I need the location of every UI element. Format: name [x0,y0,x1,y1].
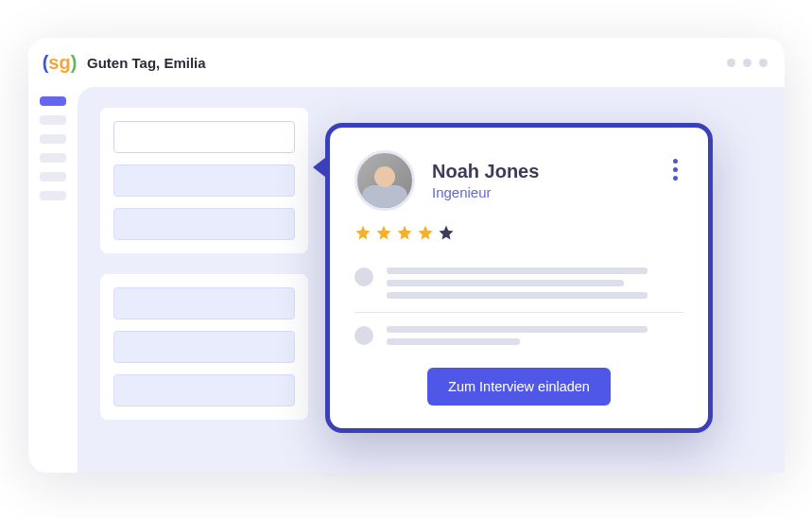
candidate-info: Noah Jones Ingenieur [432,161,539,200]
greeting-text: Guten Tag, Emilia [87,55,206,71]
candidate-role: Ingenieur [432,184,539,200]
window-dot [727,59,735,67]
entry-item [354,312,683,358]
list-item[interactable] [113,164,295,197]
candidate-name: Noah Jones [432,161,539,182]
entry-bullet-icon [354,268,373,286]
list-item[interactable] [113,287,295,319]
candidate-entries [354,254,683,358]
list-card [100,108,308,253]
entry-lines [387,326,683,345]
sidebar-item[interactable] [40,172,66,181]
window-controls [727,59,768,67]
star-icon [375,224,392,241]
list-card [100,274,308,420]
star-icon [396,224,413,241]
window-dot [743,59,752,67]
list-item[interactable] [113,121,295,153]
entry-bullet-icon [354,326,373,345]
entry-lines [387,268,683,299]
avatar [354,150,415,211]
sidebar-item[interactable] [40,191,66,200]
candidate-header: Noah Jones Ingenieur [354,150,683,211]
star-icon [354,224,371,241]
sidebar-item[interactable] [40,115,66,125]
sidebar-item[interactable] [40,153,66,163]
sidebar-item[interactable] [40,134,66,144]
star-icon [417,224,434,241]
star-icon [438,224,455,241]
invite-interview-button[interactable]: Zum Interview einladen [427,368,611,406]
candidate-card: Noah Jones Ingenieur [325,123,713,433]
more-menu-button[interactable] [666,154,683,184]
rating [354,224,683,241]
entry-item [354,254,683,312]
window-dot [759,59,768,67]
list-item[interactable] [113,208,295,240]
sidebar [28,87,78,473]
topbar: (sg) Guten Tag, Emilia [28,38,785,87]
app-logo: (sg) [45,49,74,76]
list-item[interactable] [113,374,295,406]
sidebar-item[interactable] [40,96,66,106]
list-item[interactable] [113,331,295,363]
